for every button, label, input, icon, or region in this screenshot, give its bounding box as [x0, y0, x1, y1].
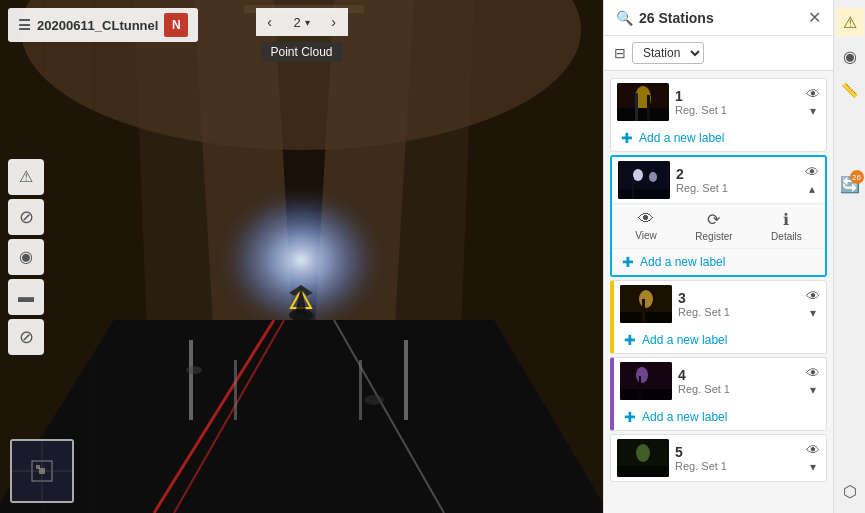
panel-close-button[interactable]: ✕: [808, 8, 821, 27]
station-main-row-1: 1 Reg. Set 1 👁 ▾: [611, 79, 826, 125]
station-reg-5: Reg. Set 1: [675, 460, 800, 472]
station-actions-right-4: 👁 ▾: [806, 365, 820, 397]
expand-button-5[interactable]: ▾: [810, 460, 816, 474]
stations-list: 1 Reg. Set 1 👁 ▾ ✚ Add a new label: [604, 71, 833, 513]
station-actions-right-5: 👁 ▾: [806, 442, 820, 474]
details-icon: ℹ: [783, 210, 789, 229]
collapse-button-2[interactable]: ▴: [809, 182, 815, 196]
station-expanded-2: 👁 View ⟳ Register ℹ Details ✚ Add a new …: [612, 203, 825, 275]
svg-rect-46: [642, 299, 645, 323]
station-number-4: 4: [678, 367, 800, 383]
add-label-text-2: Add a new label: [640, 255, 725, 269]
add-label-text-3: Add a new label: [642, 333, 727, 347]
add-label-icon-2: ✚: [622, 254, 634, 270]
station-reg-4: Reg. Set 1: [678, 383, 800, 395]
register-label: Register: [695, 231, 732, 242]
station-info-5: 5 Reg. Set 1: [675, 444, 800, 472]
svg-point-22: [186, 366, 202, 374]
minimap: [10, 439, 74, 503]
prev-nav-button[interactable]: ‹: [256, 8, 284, 36]
ruler-toolbar-button[interactable]: 📏: [836, 76, 864, 104]
add-label-row-4[interactable]: ✚ Add a new label: [614, 404, 826, 430]
svg-rect-41: [618, 189, 670, 199]
add-label-icon-1: ✚: [621, 130, 633, 146]
register-icon: ⟳: [707, 210, 720, 229]
svg-rect-53: [617, 466, 669, 477]
expand-button-4[interactable]: ▾: [810, 383, 816, 397]
svg-rect-50: [639, 376, 641, 400]
slash-button[interactable]: ⊘: [8, 199, 44, 235]
image-button[interactable]: ⊘: [8, 319, 44, 355]
svg-rect-37: [647, 95, 650, 121]
register-button-2[interactable]: ⟳ Register: [695, 210, 732, 242]
svg-rect-42: [632, 177, 634, 199]
expand-button-3[interactable]: ▾: [810, 306, 816, 320]
right-thin-toolbar: ⚠ ◉ 📏 🔄 26 ⬡: [833, 0, 865, 513]
svg-rect-36: [635, 93, 638, 121]
station-info-4: 4 Reg. Set 1: [678, 367, 800, 395]
project-name-label: 20200611_CLtunnel: [37, 18, 158, 33]
warning-toolbar-button[interactable]: ⚠: [836, 8, 864, 36]
add-label-row-2[interactable]: ✚ Add a new label: [612, 249, 825, 275]
station-thumbnail-4: [620, 362, 672, 400]
station-sub-actions-2: 👁 View ⟳ Register ℹ Details: [612, 204, 825, 249]
add-label-row-1[interactable]: ✚ Add a new label: [611, 125, 826, 151]
nav-number: 2: [293, 15, 300, 30]
add-label-text-1: Add a new label: [639, 131, 724, 145]
location-button[interactable]: ◉: [8, 239, 44, 275]
station-info-2: 2 Reg. Set 1: [676, 166, 799, 194]
visibility-button-1[interactable]: 👁: [806, 86, 820, 102]
visibility-button-3[interactable]: 👁: [806, 288, 820, 304]
details-button-2[interactable]: ℹ Details: [771, 210, 802, 242]
add-label-text-4: Add a new label: [642, 410, 727, 424]
left-toolbar: ⚠ ⊘ ◉ ▬ ⊘: [8, 159, 44, 355]
search-icon: 🔍: [616, 10, 633, 26]
station-main-row-3: 3 Reg. Set 1 👁 ▾: [614, 281, 826, 327]
expand-button-1[interactable]: ▾: [810, 104, 816, 118]
station-number-2: 2: [676, 166, 799, 182]
visibility-button-5[interactable]: 👁: [806, 442, 820, 458]
visibility-button-4[interactable]: 👁: [806, 365, 820, 381]
svg-rect-18: [189, 340, 193, 420]
svg-point-40: [649, 172, 657, 182]
station-number-5: 5: [675, 444, 800, 460]
warning-button[interactable]: ⚠: [8, 159, 44, 195]
filter-select[interactable]: Station: [632, 42, 704, 64]
cube-toolbar-button[interactable]: ⬡: [836, 477, 864, 505]
svg-rect-45: [620, 312, 672, 323]
badge-toolbar-button[interactable]: 🔄 26: [836, 170, 864, 198]
location-toolbar-button[interactable]: ◉: [836, 42, 864, 70]
visibility-button-2[interactable]: 👁: [805, 164, 819, 180]
hamburger-icon[interactable]: ☰: [18, 17, 31, 33]
station-thumbnail-3: [620, 285, 672, 323]
chevron-down-icon: ▾: [305, 17, 310, 28]
svg-point-39: [633, 169, 643, 181]
add-label-row-3[interactable]: ✚ Add a new label: [614, 327, 826, 353]
layers-button[interactable]: ▬: [8, 279, 44, 315]
next-nav-button[interactable]: ›: [320, 8, 348, 36]
station-reg-1: Reg. Set 1: [675, 104, 800, 116]
filter-row: ⊟ Station: [604, 36, 833, 71]
project-title-bar[interactable]: ☰ 20200611_CLtunnel N: [8, 8, 198, 42]
station-item-3: 3 Reg. Set 1 👁 ▾ ✚ Add a new label: [610, 280, 827, 354]
svg-rect-49: [620, 389, 672, 400]
top-bar: ☰ 20200611_CLtunnel N: [8, 8, 198, 42]
station-item-2: 2 Reg. Set 1 👁 ▴ 👁 View ⟳ Regi: [610, 155, 827, 277]
svg-point-23: [364, 395, 384, 405]
station-item-4: 4 Reg. Set 1 👁 ▾ ✚ Add a new label: [610, 357, 827, 431]
station-actions-right-1: 👁 ▾: [806, 86, 820, 118]
station-reg-2: Reg. Set 1: [676, 182, 799, 194]
station-info-1: 1 Reg. Set 1: [675, 88, 800, 116]
brand-logo: N: [164, 13, 188, 37]
svg-point-44: [639, 290, 653, 308]
station-thumbnail-5: [617, 439, 669, 477]
station-main-row-5: 5 Reg. Set 1 👁 ▾: [611, 435, 826, 481]
view-button-2[interactable]: 👁 View: [635, 210, 657, 242]
svg-rect-21: [359, 360, 362, 420]
station-item-5: 5 Reg. Set 1 👁 ▾: [610, 434, 827, 482]
panel-header: 🔍 26 Stations ✕: [604, 0, 833, 36]
filter-icon: ⊟: [614, 45, 626, 61]
add-label-icon-3: ✚: [624, 332, 636, 348]
station-actions-right-2: 👁 ▴: [805, 164, 819, 196]
station-main-row-4: 4 Reg. Set 1 👁 ▾: [614, 358, 826, 404]
